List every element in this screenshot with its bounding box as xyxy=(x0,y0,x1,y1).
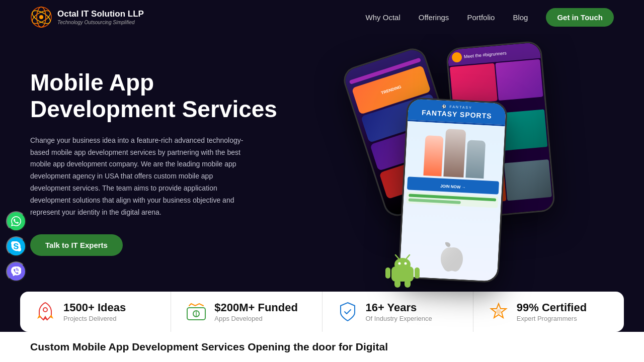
svg-point-8 xyxy=(405,262,407,265)
nav-links: Why Octal Offerings Portfolio Blog Get i… xyxy=(366,8,614,27)
logo-area: Octal IT Solution LLP Technology Outsour… xyxy=(30,6,144,28)
stat-certified-value: 99% Certified xyxy=(517,301,587,314)
bottom-section: Custom Mobile App Development Services O… xyxy=(0,332,644,362)
nav-blog[interactable]: Blog xyxy=(513,13,528,22)
apple-icon xyxy=(433,240,468,276)
stat-certified-label: Expert Programmers xyxy=(517,315,587,322)
stat-funded-label: Apps Developed xyxy=(214,315,298,322)
stat-ideas-text: 1500+ Ideas Projects Delivered xyxy=(63,301,126,322)
stat-years-text: 16+ Years Of Industry Experience xyxy=(366,301,432,322)
rocket-icon xyxy=(34,301,56,323)
svg-rect-13 xyxy=(394,280,400,288)
stat-funded: $200M+ Funded Apps Developed xyxy=(171,292,322,332)
stat-ideas: 1500+ Ideas Projects Delivered xyxy=(20,292,171,332)
get-in-touch-button[interactable]: Get in Touch xyxy=(546,8,614,27)
stats-section: 1500+ Ideas Projects Delivered $200M+ Fu… xyxy=(0,292,644,332)
stat-years-value: 16+ Years xyxy=(366,301,432,314)
shield-icon xyxy=(337,301,359,323)
stat-years-label: Of Industry Experience xyxy=(366,315,432,322)
svg-point-6 xyxy=(394,258,411,271)
phone-group: TRENDING Meet the #bigrunners xyxy=(322,44,624,306)
page-wrapper: Octal IT Solution LLP Technology Outsour… xyxy=(0,0,644,362)
medal-icon xyxy=(488,301,510,323)
hero-visual: TRENDING Meet the #bigrunners xyxy=(292,54,614,301)
nav-why-octal[interactable]: Why Octal xyxy=(366,13,400,22)
svg-point-7 xyxy=(398,262,401,265)
nav-offerings[interactable]: Offerings xyxy=(419,13,449,22)
nav-portfolio[interactable]: Portfolio xyxy=(467,13,495,22)
svg-rect-14 xyxy=(405,280,411,288)
hero-content: Mobile App Development Services Change y… xyxy=(30,54,292,256)
bottom-title: Custom Mobile App Development Services O… xyxy=(30,341,388,353)
svg-point-20 xyxy=(496,309,501,314)
svg-line-10 xyxy=(407,255,410,258)
logo-name: Octal IT Solution LLP xyxy=(57,9,144,19)
stat-ideas-value: 1500+ Ideas xyxy=(63,301,126,314)
stat-years: 16+ Years Of Industry Experience xyxy=(323,292,473,332)
hero-title: Mobile App Development Services xyxy=(30,69,292,123)
floating-contact-buttons xyxy=(6,211,26,282)
whatsapp-button[interactable] xyxy=(6,211,26,231)
svg-point-4 xyxy=(39,15,43,19)
stat-funded-value: $200M+ Funded xyxy=(214,301,298,314)
svg-rect-11 xyxy=(385,267,390,279)
svg-line-9 xyxy=(395,255,398,258)
hero-description: Change your business idea into a feature… xyxy=(30,135,252,219)
svg-point-15 xyxy=(43,308,47,312)
skype-button[interactable] xyxy=(6,236,26,256)
money-icon xyxy=(185,301,207,323)
navbar: Octal IT Solution LLP Technology Outsour… xyxy=(0,0,644,34)
viber-button[interactable] xyxy=(6,261,26,282)
logo-tagline: Technology Outsourcing Simplified xyxy=(57,20,144,25)
stat-certified-text: 99% Certified Expert Programmers xyxy=(517,301,587,322)
logo-icon xyxy=(30,6,52,28)
stat-funded-text: $200M+ Funded Apps Developed xyxy=(214,301,298,322)
android-icon xyxy=(382,250,423,291)
stats-card: 1500+ Ideas Projects Delivered $200M+ Fu… xyxy=(20,292,624,332)
stat-certified: 99% Certified Expert Programmers xyxy=(473,292,624,332)
logo-text-block: Octal IT Solution LLP Technology Outsour… xyxy=(57,9,144,25)
talk-to-experts-button[interactable]: Talk to IT Experts xyxy=(30,234,123,256)
svg-rect-12 xyxy=(415,267,420,279)
hero-section: Mobile App Development Services Change y… xyxy=(0,34,644,301)
stat-ideas-label: Projects Delivered xyxy=(63,315,126,322)
